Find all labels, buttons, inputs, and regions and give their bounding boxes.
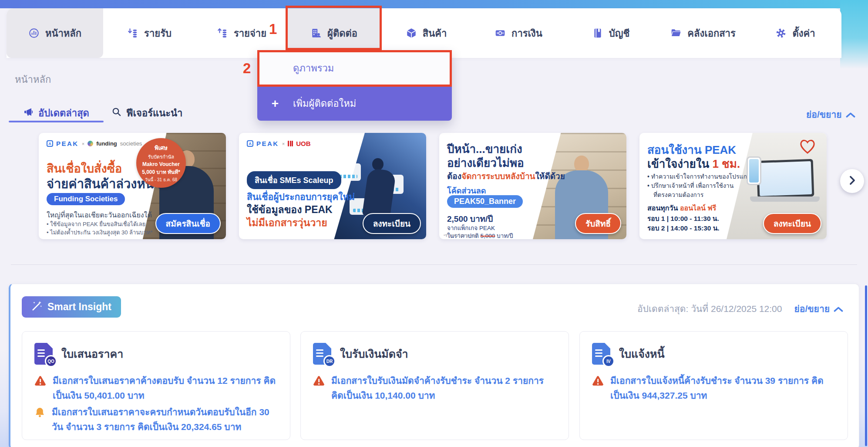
banner-uob-smes[interactable]: Λ PEAK × UOB สินเชื่อ SMEs Scaleup สินเช… [239,133,426,239]
banner3-person [574,156,589,172]
collapse-expand-insight[interactable]: ย่อ/ขยาย [794,301,843,316]
heart-doodle-icon [798,138,817,156]
nav-label: สินค้า [423,26,447,41]
search-icon [111,107,121,119]
nav-item-settings[interactable]: ตั้งค่า [749,8,841,58]
banner4-bullets: • ทำความเข้าใจการทำงานของโปรแกรม • ปรึกษ… [647,172,754,200]
promo-badge: พิเศษ รับบัตรกำนัล Makro Voucher 5,000 บ… [136,138,186,188]
nav-label: ผู้ติดต่อ [327,26,357,41]
banner3-title2: อย่างเดียวไม่พอ [447,154,524,172]
product-cube-icon [406,27,417,39]
banner-peak50-discount[interactable]: ปีหน้า...ขายเก่ง อย่างเดียวไม่พอ ต้องจัด… [439,133,626,239]
banner1-bullets: • ใช้ข้อมูลจาก PEAK ยื่นขอสินเชื่อได้เลย… [47,220,152,237]
alert-row: มีเอกสารใบแจ้งหนี้ค้างรับชำระ จำนวน 39 ร… [592,373,835,403]
alert-text: มีเอกสารใบเสนอราคาจะครบกำหนดวันตอบรับในอ… [52,405,278,434]
finance-icon [495,27,506,39]
banner2-line3: ไม่มีเอกสารวุ่นวาย [247,215,327,230]
peak-logo-icon: Λ [247,140,253,147]
chevron-right-icon [849,176,855,187]
collapse-expand-label: ย่อ/ขยาย [794,301,830,316]
last-updated-text: อัปเดตล่าสุด: วันที่ 26/12/2025 12:00 [637,301,782,316]
banner1-logos: Λ PEAK × funding societies [47,140,142,147]
card-title: ใบแจ้งหนี้ [619,345,665,362]
chevron-up-icon [834,304,843,314]
alert-row: มีเอกสารใบเสนอราคาค้างตอบรับ จำนวน 12 รา… [34,373,278,403]
nav-label: หน้าหลัก [45,26,81,41]
banner3-line3: ต้องจัดการระบบหลังบ้านให้ดีด้วย [447,169,565,183]
register-button[interactable]: ลงทะเบียน [363,213,421,234]
deposit-doc-icon: DR [313,343,331,365]
funding-societies-logo-icon [87,141,93,146]
nav-item-home[interactable]: หน้าหลัก [7,8,103,58]
warning-triangle-icon [34,376,46,403]
annotation-step-1: 1 [269,21,277,37]
top-right-gradient [840,0,868,69]
top-gradient-bar [0,0,868,8]
nav-label: บัญชี [609,26,630,41]
contacts-dropdown-menu: ดูภาพรวม + เพิ่มผู้ติดต่อใหม่ [257,50,452,121]
card-title: ใบเสนอราคา [61,345,123,362]
carousel-next-button[interactable] [840,169,864,193]
nav-label: รายรับ [144,26,172,41]
banner-peak-training[interactable]: สอนใช้งาน PEAK เข้าใจง่ายใน 1 ชม. • ทำคว… [639,133,827,239]
nav-item-finance[interactable]: การเงิน [472,8,565,58]
nav-item-documents[interactable]: คลังเอกสาร [657,8,749,58]
chevron-up-icon [846,109,855,120]
nav-item-accounting[interactable]: บัญชี [565,8,657,58]
uob-logo-icon [288,141,293,146]
collapse-expand-banners[interactable]: ย่อ/ขยาย [806,107,855,122]
nav-item-income[interactable]: รายรับ [103,8,195,58]
nav-label: การเงิน [511,26,542,41]
scrollbar-thumb[interactable] [865,285,867,446]
discount-code-pill: PEAK50_Banner [447,195,523,208]
claim-offer-button[interactable]: รับสิทธิ์ [575,213,621,234]
nav-label: ตั้งค่า [792,26,815,41]
warning-triangle-icon [313,376,325,403]
ledger-book-icon [592,27,603,39]
banner2-logos: Λ PEAK × UOB [247,140,310,147]
banner4-schedule: สอนทุกวัน ออนไลน์ ฟรี [647,203,716,213]
banner2-person [372,158,384,170]
banner4-round2: รอบ 2 | 14:00 - 15:30 น. [647,223,720,234]
expense-icon [217,27,228,39]
breadcrumb: หน้าหลัก [15,72,51,87]
nav-label: คลังเอกสาร [687,26,736,41]
banner1-subtitle: ใหญ่ที่สุดในเอเชียตะวันออกเฉียงใต้ [47,210,152,220]
banner2-pill: สินเชื่อ SMEs Scaleup [247,171,341,189]
gear-icon [775,27,787,39]
smart-insight-badge: Smart Insight [22,296,121,318]
banner-funding-societies[interactable]: Λ PEAK × funding societies พิเศษ รับบัตร… [39,133,226,239]
card-title: ใบรับเงินมัดจำ [340,345,408,362]
warning-triangle-icon [592,376,604,403]
megaphone-icon [23,107,34,120]
active-tab-underline [9,121,104,122]
income-icon [127,27,138,39]
banner4-title2: เข้าใจง่ายใน 1 ชม. [647,155,740,173]
register-button[interactable]: ลงทะเบียน [763,213,821,234]
tab-latest-updates[interactable]: อัปเดตล่าสุด [9,105,104,121]
menu-item-add-new-contact[interactable]: + เพิ่มผู้ติดต่อใหม่ [257,86,452,121]
insight-card-invoice[interactable]: IV ใบแจ้งหนี้ มีเอกสารใบแจ้งหนี้ค้างรับช… [579,331,848,440]
peak-logo-icon: Λ [47,140,53,147]
insight-card-deposit-receipt[interactable]: DR ใบรับเงินมัดจำ มีเอกสารใบรับเงินมัดจำ… [300,331,569,440]
alert-row: มีเอกสารใบรับเงินมัดจำค้างรับชำระ จำนวน … [313,373,556,403]
menu-item-view-overview[interactable]: ดูภาพรวม [257,50,452,86]
tab-recommended-features[interactable]: ฟีเจอร์แนะนำ [111,105,182,121]
smart-insight-header-right: อัปเดตล่าสุด: วันที่ 26/12/2025 12:00 ย่… [637,301,843,316]
alert-text: มีเอกสารใบแจ้งหนี้ค้างรับชำระ จำนวน 39 ร… [610,373,835,403]
contacts-icon [310,27,322,39]
plus-icon: + [257,97,293,111]
dashboard-icon [28,27,40,39]
insight-card-quotation[interactable]: QO ใบเสนอราคา มีเอกสารใบเสนอราคาค้างตอบร… [22,331,290,440]
tab-label: ฟีเจอร์แนะนำ [126,105,182,121]
quotation-doc-icon: QO [34,343,53,365]
banner3-vat-note: *ราคายังไม่รวม VAT [444,233,478,239]
alert-text: มีเอกสารใบเสนอราคาค้างตอบรับ จำนวน 12 รา… [53,373,278,403]
magic-wand-icon [31,300,43,314]
nav-label: รายจ่าย [234,26,266,41]
alert-text: มีเอกสารใบรับเงินมัดจำค้างรับชำระ จำนวน … [331,373,556,403]
apply-loan-button[interactable]: สมัครสินเชื่อ [155,213,221,234]
smart-insight-section: Smart Insight อัปเดตล่าสุด: วันที่ 26/12… [9,284,859,447]
banner1-pill: Funding Societies [47,193,125,205]
folder-icon [670,27,682,39]
